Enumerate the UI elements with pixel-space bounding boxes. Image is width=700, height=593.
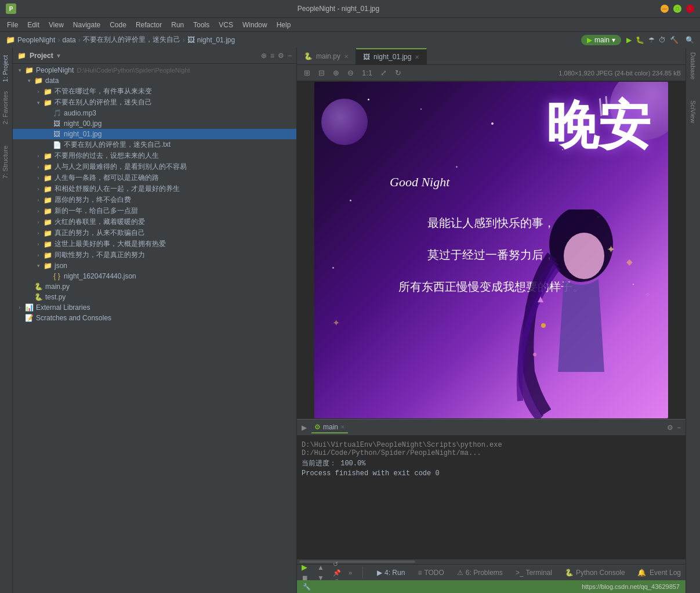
tree-folder-3[interactable]: › 📁 不要用你的过去，设想未来的人生 [13,150,296,161]
tree-folder-8[interactable]: › 📁 新的一年，给自己多一点甜 [13,205,296,216]
bottom-tab-todo[interactable]: ≡ TODO [414,567,447,578]
tree-folder-4[interactable]: › 📁 人与人之间最难得的，是看到别人的不容易 [13,161,296,172]
run-controls: ⚙ − [667,424,681,432]
menu-code[interactable]: Code [106,20,130,30]
tree-folder-9[interactable]: › 📁 火红的春联里，藏着暖暖的爱 [13,216,296,227]
sidebar-item-structure[interactable]: 7: Structure [0,141,12,183]
zoom-in-icon[interactable]: ⊕ [331,67,342,78]
menu-run[interactable]: Run [167,20,188,30]
run-collapse-icon[interactable]: − [677,424,681,432]
bottom-tab-problems[interactable]: ⚠ 6: Problems [454,567,506,578]
window-controls[interactable]: — □ ✕ [661,5,694,13]
bottom-tab-python-console[interactable]: 🐍 Python Console [561,567,629,578]
maximize-button[interactable]: □ [673,5,681,13]
menu-tools[interactable]: Tools [189,20,213,30]
menu-view[interactable]: View [45,20,68,30]
tree-folder-10[interactable]: › 📁 真正的努力，从来不欺骗自己 [13,227,296,238]
tree-file-night00[interactable]: › 🖼 night_00.jpg [13,118,296,129]
zoom-out-icon[interactable]: ⊖ [345,67,356,78]
tab-mainpy[interactable]: 🐍 main.py ✕ [297,48,356,64]
tree-file-txt[interactable]: › 📄 不要在别人的评价里，迷失自己.txt [13,139,296,150]
settings-icon[interactable]: ⚙ [278,52,284,60]
run-tab-close[interactable]: ✕ [340,424,345,430]
bottom-right-controls: 🔔 Event Log [637,569,681,577]
folder-icon-12: 📁 [43,251,52,259]
tree-folder-11[interactable]: › 📁 这世上最美好的事，大概是拥有热爱 [13,238,296,250]
menu-help[interactable]: Help [273,20,295,30]
more-icon[interactable]: » [349,569,352,576]
breadcrumb-folder[interactable]: 不要在别人的评价里，迷失自己 [83,35,180,45]
run-play-btn[interactable]: ▶ [302,563,309,572]
folder-icon-11: 📁 [43,240,52,248]
tree-scratches[interactable]: › 📝 Scratches and Consoles [13,313,296,323]
close-button[interactable]: ✕ [686,5,694,13]
bottom-tab-terminal[interactable]: >_ Terminal [512,567,556,578]
fit-window-icon[interactable]: ⊞ [302,67,313,78]
breadcrumb-file[interactable]: 🖼 night_01.jpg [187,35,235,44]
tree-file-mp3[interactable]: › 🎵 audio.mp3 [13,108,296,118]
run-play-icon[interactable]: ▶ [626,36,632,44]
profile-icon[interactable]: ⏱ [659,36,666,44]
breadcrumb-bar: 📁 PeopleNight › data › 不要在别人的评价里，迷失自己 › … [0,31,700,48]
minimize-button[interactable]: — [661,5,669,13]
tree-folder-2[interactable]: ▾ 📁 不要在别人的评价里，迷失自己 [13,97,296,108]
tree-folder-1[interactable]: › 📁 不管在哪过年，有件事从来未变 [13,86,296,97]
menu-navigate[interactable]: Navigate [69,20,104,30]
run-tab-main[interactable]: ⚙ main ✕ [311,422,348,433]
menu-edit[interactable]: Edit [23,20,43,30]
actual-size-icon[interactable]: 1:1 [360,67,375,78]
right-panels: Database SciView [686,48,700,593]
tree-folder-12[interactable]: › 📁 间歇性努力，不是真正的努力 [13,250,296,261]
tree-folder-5[interactable]: › 📁 人生每一条路，都可以是正确的路 [13,172,296,183]
tree-file-night01[interactable]: › 🖼 night_01.jpg [13,129,296,139]
pin-icon[interactable]: 📌 [333,569,341,577]
problems-icon: ⚠ [457,569,463,577]
horizontal-scrollbar[interactable] [297,559,686,564]
window-title: PeopleNight - night_01.jpg [21,5,656,13]
tab-night01-close[interactable]: ✕ [415,54,419,60]
scroll-up-icon[interactable]: ▲ [317,563,324,572]
tab-mainpy-close[interactable]: ✕ [344,53,349,60]
scrollbar-thumb[interactable] [299,561,415,563]
zoom-fit-icon[interactable]: ⤢ [378,67,389,78]
menu-window[interactable]: Window [238,20,271,30]
menu-bar: File Edit View Navigate Code Refactor Ru… [0,17,700,31]
breadcrumb-data[interactable]: data [62,36,75,44]
status-url[interactable]: https://blog.csdn.net/qq_43629857 [582,583,680,590]
grid-icon[interactable]: ⊟ [316,67,327,78]
tree-folder-6[interactable]: › 📁 和相处舒服的人在一起，才是最好的养生 [13,183,296,194]
locate-icon[interactable]: ⊕ [261,52,267,60]
tree-file-json[interactable]: › { } night_1620474440.json [13,271,296,281]
right-panel-database[interactable]: Database [690,48,697,84]
project-dropdown-icon[interactable]: ▾ [57,52,60,60]
run-settings-icon[interactable]: ⚙ [667,424,673,432]
sidebar-item-project[interactable]: 1: Project [0,50,12,86]
tree-folder-7[interactable]: › 📁 愿你的努力，终不会白费 [13,194,296,205]
search-icon[interactable]: 🔍 [686,36,694,44]
menu-refactor[interactable]: Refactor [132,20,166,30]
bottom-tab-run[interactable]: ▶ 4: Run [373,567,408,578]
tree-file-testpy[interactable]: › 🐍 test.py [13,292,296,302]
menu-file[interactable]: File [3,20,22,30]
tree-external-libs[interactable]: › 📊 External Libraries [13,302,296,313]
coverage-icon[interactable]: ☂ [648,36,655,44]
sidebar-item-favorites[interactable]: 2: Favorites [0,86,12,129]
menu-vcs[interactable]: VCS [215,20,237,30]
build-icon[interactable]: 🔨 [670,36,679,44]
tab-night01[interactable]: 🖼 night_01.jpg ✕ [356,48,427,64]
tree-file-mainpy[interactable]: › 🐍 main.py [13,281,296,292]
event-log-label[interactable]: Event Log [650,569,681,577]
jpg-icon-00: 🖼 [52,120,61,128]
tree-json-folder[interactable]: ▾ 📁 json [13,261,296,271]
tree-data-folder[interactable]: ▾ 📁 data [13,75,296,86]
run-panel-icon: ▶ [302,424,307,432]
rotate-icon[interactable]: ↻ [393,67,404,78]
hide-icon[interactable]: − [288,52,292,60]
right-panel-sciview[interactable]: SciView [690,96,697,128]
run-button[interactable]: ▶ main ▾ [581,35,621,45]
rerun-icon[interactable]: ↺ [333,561,341,568]
tree-root[interactable]: ▾ 📁 PeopleNight D:\Hui\Code\Python\Spide… [13,65,296,75]
collapse-icon[interactable]: ≡ [270,52,274,60]
breadcrumb-root[interactable]: 📁 PeopleNight [6,35,55,44]
debug-icon[interactable]: 🐛 [636,36,644,44]
